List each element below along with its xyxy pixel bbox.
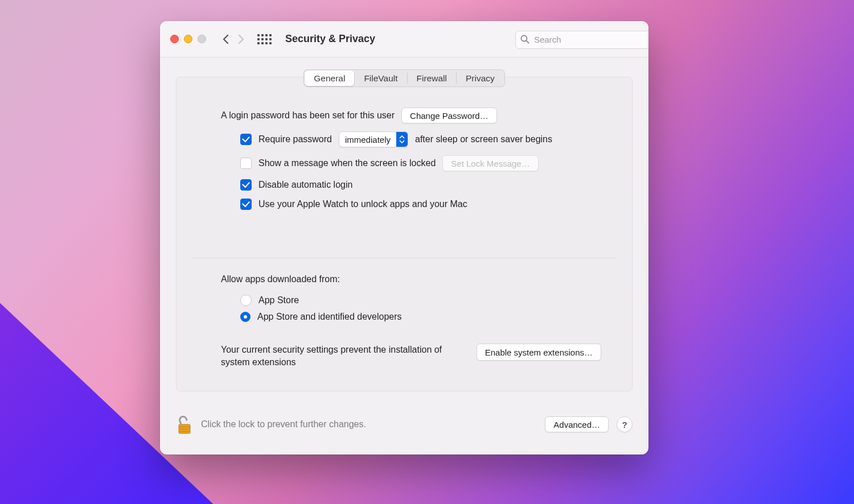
search-input[interactable] <box>515 31 648 49</box>
search-field[interactable] <box>515 31 638 48</box>
help-button[interactable]: ? <box>617 416 633 432</box>
window-toolbar: Security & Privacy <box>160 21 648 57</box>
svg-line-1 <box>526 40 528 43</box>
set-lock-message-button: Set Lock Message… <box>442 155 538 171</box>
tab-privacy[interactable]: Privacy <box>457 71 504 86</box>
allow-apps-identified-label: App Store and identified developers <box>257 312 402 322</box>
traffic-lights[interactable] <box>170 35 206 43</box>
allow-apps-title: Allow apps downloaded from: <box>221 274 340 284</box>
apple-watch-unlock-checkbox[interactable] <box>240 199 252 210</box>
show-all-icon[interactable] <box>257 34 272 44</box>
forward-button <box>237 34 245 44</box>
content-card: General FileVault Firewall Privacy A log… <box>176 77 633 391</box>
require-password-suffix: after sleep or screen saver begins <box>415 134 552 144</box>
window-title: Security & Privacy <box>285 33 375 45</box>
tab-bar: General FileVault Firewall Privacy <box>303 69 505 87</box>
change-password-button[interactable]: Change Password… <box>401 108 497 123</box>
close-icon[interactable] <box>170 35 179 43</box>
require-password-delay-value: immediately <box>339 132 396 147</box>
allow-apps-identified-radio[interactable] <box>240 312 251 322</box>
apple-watch-unlock-label: Use your Apple Watch to unlock apps and … <box>258 199 467 209</box>
preferences-window: Security & Privacy General FileVault Fir… <box>160 21 648 455</box>
lock-text: Click the lock to prevent further change… <box>201 419 366 429</box>
chevron-up-down-icon <box>396 132 408 147</box>
tab-general[interactable]: General <box>305 71 354 86</box>
lock-icon[interactable] <box>176 414 193 435</box>
show-message-checkbox[interactable] <box>240 158 252 169</box>
zoom-icon <box>198 35 206 43</box>
svg-rect-4 <box>179 429 190 429</box>
back-button[interactable] <box>222 34 230 44</box>
login-password-text: A login password has been set for this u… <box>221 110 395 121</box>
advanced-button[interactable]: Advanced… <box>545 416 609 432</box>
enable-system-extensions-button[interactable]: Enable system extensions… <box>477 344 601 361</box>
svg-rect-5 <box>179 431 190 432</box>
require-password-delay-popup[interactable]: immediately <box>339 131 408 147</box>
search-icon <box>520 35 529 44</box>
disable-auto-login-checkbox[interactable] <box>240 179 252 191</box>
require-password-prefix: Require password <box>258 134 332 144</box>
allow-apps-appstore-radio[interactable] <box>240 295 252 306</box>
show-message-label: Show a message when the screen is locked <box>258 158 436 168</box>
tab-firewall[interactable]: Firewall <box>408 71 456 86</box>
tab-filevault[interactable]: FileVault <box>355 71 407 86</box>
require-password-checkbox[interactable] <box>240 134 252 145</box>
system-extensions-text: Your current security settings prevent t… <box>221 344 463 368</box>
allow-apps-appstore-label: App Store <box>258 295 299 305</box>
disable-auto-login-label: Disable automatic login <box>258 180 352 190</box>
minimize-icon[interactable] <box>184 35 192 43</box>
window-footer: Click the lock to prevent further change… <box>160 402 648 455</box>
svg-rect-3 <box>179 427 190 427</box>
